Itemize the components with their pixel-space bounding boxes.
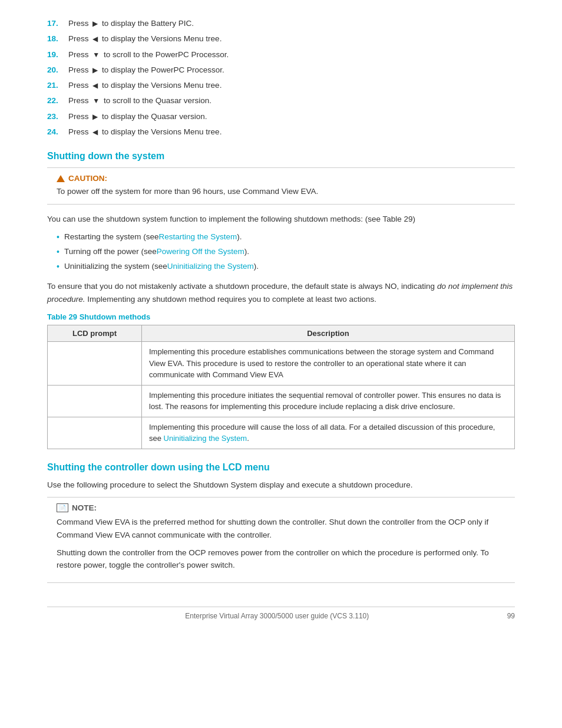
step-text: Press ▼ to scroll to the Quasar version. — [68, 95, 211, 107]
press-word: Press — [68, 19, 91, 28]
step-text: Press ▶ to display the Battery PIC. — [68, 18, 194, 29]
arrow-icon: ▶ — [92, 111, 98, 122]
note-box: 📄 NOTE: Command View EVA is the preferre… — [47, 497, 515, 582]
step-text: Press ◀ to display the Versions Menu tre… — [68, 126, 222, 138]
step-number: 22. — [47, 95, 66, 107]
footer-center: Enterprise Virtual Array 3000/5000 user … — [185, 612, 369, 620]
section2-body1: Use the following procedure to select th… — [47, 479, 515, 492]
section2-heading: Shutting the controller down using the L… — [47, 462, 515, 473]
table-body: Implementing this procedure establishes … — [48, 342, 515, 449]
step-item: 22.Press ▼ to scroll to the Quasar versi… — [47, 95, 515, 107]
step-rest: to scroll to the PowerPC Processor. — [101, 50, 229, 59]
caution-text: To power off the system for more than 96… — [57, 185, 505, 198]
step-text: Press ▼ to scroll to the PowerPC Process… — [68, 49, 229, 61]
arrow-icon: ▼ — [92, 50, 100, 60]
shutdown-methods-table: LCD prompt Description Implementing this… — [47, 325, 515, 449]
table-cell-desc: Implementing this procedure initiates th… — [142, 385, 515, 417]
step-text: Press ◀ to display the Versions Menu tre… — [68, 33, 222, 45]
step-number: 19. — [47, 49, 66, 61]
step-item: 24.Press ◀ to display the Versions Menu … — [47, 126, 515, 138]
footer-right: 99 — [507, 612, 515, 620]
bullet-link[interactable]: Uninitializing the System — [167, 261, 254, 272]
bullet-link[interactable]: Restarting the System — [158, 231, 237, 243]
step-number: 18. — [47, 33, 66, 45]
bullet-item: Uninitializing the system (see Uninitial… — [57, 261, 515, 273]
step-text: Press ▶ to display the Quasar version. — [68, 111, 207, 123]
step-item: 21.Press ◀ to display the Versions Menu … — [47, 80, 515, 91]
section1-heading: Shutting down the system — [47, 151, 515, 162]
footer: Enterprise Virtual Array 3000/5000 user … — [47, 607, 515, 620]
steps-list: 17.Press ▶ to display the Battery PIC.18… — [47, 18, 515, 138]
step-rest: to display the Battery PIC. — [100, 19, 194, 28]
step-number: 21. — [47, 80, 66, 91]
caution-title: CAUTION: — [57, 174, 505, 183]
note-line: Shutting down the controller from the OC… — [57, 546, 505, 572]
step-item: 19.Press ▼ to scroll to the PowerPC Proc… — [47, 49, 515, 61]
arrow-icon: ▶ — [92, 65, 98, 75]
table-cell-desc: Implementing this procedure will cause t… — [142, 417, 515, 449]
step-number: 17. — [47, 18, 66, 29]
note-label: NOTE: — [72, 503, 97, 512]
step-rest: to display the Versions Menu tree. — [100, 127, 222, 136]
step-rest: to display the PowerPC Processor. — [100, 65, 224, 74]
caution-triangle-icon — [57, 175, 65, 182]
step-number: 24. — [47, 126, 66, 138]
bullet-list: Restarting the system (see Restarting th… — [57, 231, 515, 273]
bullet-item: Restarting the system (see Restarting th… — [57, 231, 515, 243]
note-line: Command View EVA is the preferred method… — [57, 516, 505, 541]
step-rest: to display the Versions Menu tree. — [100, 34, 222, 43]
step-rest: to display the Versions Menu tree. — [100, 81, 222, 90]
press-word: Press — [68, 127, 91, 136]
step-item: 20.Press ▶ to display the PowerPC Proces… — [47, 64, 515, 76]
step-number: 23. — [47, 111, 66, 123]
step-rest: to display the Quasar version. — [100, 112, 207, 121]
step-number: 20. — [47, 64, 66, 76]
table-cell-lcd — [48, 342, 142, 386]
step-text: Press ▶ to display the PowerPC Processor… — [68, 64, 224, 76]
arrow-icon: ◀ — [92, 34, 98, 44]
table-link[interactable]: Uninitializing the System — [164, 434, 247, 443]
table-header-desc: Description — [142, 325, 515, 342]
section1-body1: You can use the shutdown system function… — [47, 213, 515, 226]
table-row: Implementing this procedure will cause t… — [48, 417, 515, 449]
table-cell-lcd — [48, 417, 142, 449]
step-rest: to scroll to the Quasar version. — [101, 96, 211, 105]
table-cell-desc: Implementing this procedure establishes … — [142, 342, 515, 386]
press-word: Press — [68, 34, 91, 43]
table-header-lcd: LCD prompt — [48, 325, 142, 342]
arrow-icon: ▶ — [92, 18, 98, 29]
bullet-item: Turning off the power (see Powering Off … — [57, 246, 515, 258]
note-title: 📄 NOTE: — [57, 503, 505, 512]
table-row: Implementing this procedure establishes … — [48, 342, 515, 386]
note-icon: 📄 — [57, 503, 68, 512]
press-word: Press — [68, 96, 91, 105]
arrow-icon: ◀ — [92, 80, 98, 91]
section1-body2: To ensure that you do not mistakenly act… — [47, 280, 515, 305]
step-item: 18.Press ◀ to display the Versions Menu … — [47, 33, 515, 45]
press-word: Press — [68, 65, 91, 74]
bullet-link[interactable]: Powering Off the System — [157, 246, 244, 258]
press-word: Press — [68, 50, 91, 59]
step-item: 17.Press ▶ to display the Battery PIC. — [47, 18, 515, 29]
note-lines-container: Command View EVA is the preferred method… — [57, 516, 505, 571]
caution-label: CAUTION: — [68, 174, 107, 183]
caution-box: CAUTION: To power off the system for mor… — [47, 167, 515, 205]
press-word: Press — [68, 81, 91, 90]
italic-text: do not implement this procedure. — [47, 282, 513, 304]
table-row: Implementing this procedure initiates th… — [48, 385, 515, 417]
arrow-icon: ◀ — [92, 127, 98, 137]
step-item: 23.Press ▶ to display the Quasar version… — [47, 111, 515, 123]
press-word: Press — [68, 112, 91, 121]
arrow-icon: ▼ — [92, 95, 100, 106]
table-cell-lcd — [48, 385, 142, 417]
step-text: Press ◀ to display the Versions Menu tre… — [68, 80, 222, 91]
table-title: Table 29 Shutdown methods — [47, 312, 515, 321]
